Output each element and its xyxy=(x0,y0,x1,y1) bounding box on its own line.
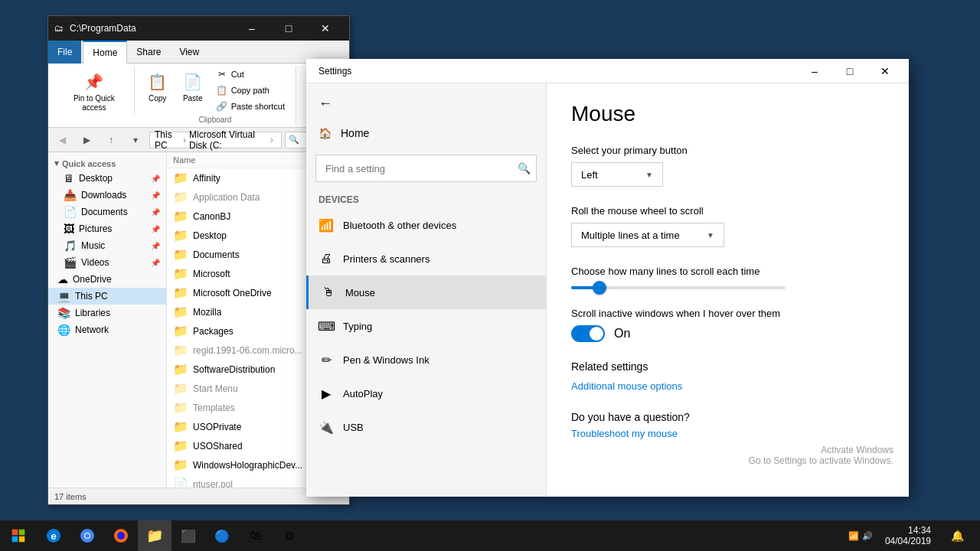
file-name-13: Templates xyxy=(193,403,235,413)
forward-button[interactable]: ▶ xyxy=(76,130,97,150)
libraries-icon: 📚 xyxy=(57,307,70,319)
ribbon-tab-share[interactable]: Share xyxy=(127,41,170,64)
explorer-maximize-button[interactable]: □ xyxy=(271,16,306,41)
ribbon-tab-home[interactable]: Home xyxy=(83,41,127,64)
settings-back-button[interactable]: ← xyxy=(306,90,546,118)
file-name-15: USOShared xyxy=(193,441,243,452)
inactive-scroll-toggle[interactable] xyxy=(571,325,605,342)
taskbar-clock[interactable]: 14:34 04/04/2019 xyxy=(879,522,937,549)
file-name-2: Application Data xyxy=(193,192,260,203)
pin-to-quick-access-button[interactable]: 📌 Pin to Quick access xyxy=(60,67,128,116)
sidebar-item-desktop[interactable]: 🖥 Desktop 📌 xyxy=(48,170,166,187)
settings-nav-bluetooth[interactable]: 📶 Bluetooth & other devices xyxy=(306,208,546,242)
sidebar-section-quick-access[interactable]: ▾ Quick access xyxy=(48,155,166,170)
sidebar-item-network[interactable]: 🌐 Network xyxy=(48,321,166,338)
settings-nav-printers[interactable]: 🖨 Printers & scanners xyxy=(306,242,546,276)
settings-window: Settings – □ ✕ ← 🏠 Home 🔍 xyxy=(306,59,909,497)
edge-icon-taskbar[interactable]: e xyxy=(37,520,70,551)
copy-path-icon: 📋 xyxy=(216,84,228,96)
settings-icon-taskbar[interactable]: ⚙ xyxy=(273,520,306,551)
sidebar-item-documents[interactable]: 📄 Documents 📌 xyxy=(48,204,166,220)
back-arrow-icon: ← xyxy=(318,96,332,112)
slider-thumb[interactable] xyxy=(593,281,606,295)
inactive-scroll-label: Scroll inactive windows when I hover ove… xyxy=(571,308,884,319)
pin-to-quick-access-label: Pin to Quick access xyxy=(65,94,123,112)
chrome-icon-taskbar[interactable] xyxy=(70,520,104,551)
sidebar-item-onedrive[interactable]: ☁ OneDrive xyxy=(48,271,166,288)
taskbar: e 📁 ⬛ 🔵 🛍 ⚙ xyxy=(0,520,980,551)
copy-button[interactable]: 📋 Copy xyxy=(141,67,175,106)
paste-button[interactable]: 📄 Paste xyxy=(176,67,210,106)
settings-maximize-button[interactable]: □ xyxy=(832,59,867,83)
file-name-4: Desktop xyxy=(193,230,227,241)
cortana-icon-taskbar[interactable]: 🔵 xyxy=(205,520,239,551)
file-name-3: CanonBJ xyxy=(193,211,230,222)
printers-label: Printers & scanners xyxy=(343,253,430,265)
notification-icon: 🔔 xyxy=(951,530,964,542)
file-name-6: Microsoft xyxy=(193,269,230,279)
ribbon-tab-file[interactable]: File xyxy=(48,41,81,64)
settings-nav-usb[interactable]: 🔌 USB xyxy=(306,410,546,444)
sidebar-item-downloads[interactable]: 📥 Downloads 📌 xyxy=(48,187,166,204)
folder-icon-13: 📁 xyxy=(173,400,188,415)
explorer-titlebar: 🗂 C:\ProgramData – □ ✕ xyxy=(48,16,349,41)
store-icon-taskbar[interactable]: 🛍 xyxy=(239,520,273,551)
paste-shortcut-button[interactable]: 🔗 Paste shortcut xyxy=(211,99,289,114)
address-path-display[interactable]: This PC › Microsoft Virtual Disk (C: › xyxy=(149,132,282,148)
back-button[interactable]: ◀ xyxy=(51,130,73,150)
sidebar-item-music[interactable]: 🎵 Music 📌 xyxy=(48,237,166,254)
network-tray-icon: 📶 xyxy=(848,531,859,541)
sidebar-item-libraries[interactable]: 📚 Libraries xyxy=(48,305,166,321)
file-name-12: Start Menu xyxy=(193,383,238,394)
settings-search-input[interactable] xyxy=(315,155,537,182)
file-explorer-icon-taskbar[interactable]: 📁 xyxy=(138,520,172,551)
sidebar-documents-label: Documents xyxy=(81,207,128,217)
start-button[interactable] xyxy=(0,520,37,551)
settings-nav-pen[interactable]: ✏ Pen & Windows Ink xyxy=(306,343,546,377)
settings-nav-typing[interactable]: ⌨ Typing xyxy=(306,309,546,343)
cortana-taskbar-icon: 🔵 xyxy=(214,529,230,543)
paste-label: Paste xyxy=(183,94,203,103)
pin-indicator-3: 📌 xyxy=(151,208,160,217)
settings-nav-mouse[interactable]: 🖱 Mouse xyxy=(306,276,546,309)
troubleshoot-link[interactable]: Troubleshoot my mouse xyxy=(571,428,678,439)
ribbon-tab-view[interactable]: View xyxy=(170,41,208,64)
network-icon: 🌐 xyxy=(57,324,70,336)
sidebar-item-pictures[interactable]: 🖼 Pictures 📌 xyxy=(48,220,166,237)
scroll-lines-slider[interactable] xyxy=(571,286,786,289)
settings-home-link[interactable]: 🏠 Home xyxy=(306,118,546,148)
settings-nav-autoplay[interactable]: ▶ AutoPlay xyxy=(306,377,546,410)
pen-icon: ✏ xyxy=(318,352,334,367)
related-settings: Related settings Additional mouse option… xyxy=(571,360,884,393)
explorer-close-button[interactable]: ✕ xyxy=(308,16,343,41)
firefox-icon-taskbar[interactable] xyxy=(104,520,138,551)
additional-mouse-options-link[interactable]: Additional mouse options xyxy=(571,380,682,392)
explorer-minimize-button[interactable]: – xyxy=(234,16,270,41)
pin-indicator-2: 📌 xyxy=(151,191,160,200)
autoplay-label: AutoPlay xyxy=(343,388,383,399)
terminal-icon-taskbar[interactable]: ⬛ xyxy=(172,520,205,551)
chevron-icon: ▾ xyxy=(54,158,59,168)
notification-button[interactable]: 🔔 xyxy=(940,520,974,551)
scroll-select[interactable]: Multiple lines at a time ▼ xyxy=(571,223,724,247)
clock-time: 14:34 xyxy=(885,525,931,536)
onedrive-icon: ☁ xyxy=(57,273,68,285)
cut-button[interactable]: ✂ Cut xyxy=(211,67,289,82)
sidebar-item-this-pc[interactable]: 💻 This PC xyxy=(48,288,166,305)
usb-icon: 🔌 xyxy=(318,419,334,435)
recent-button[interactable]: ▾ xyxy=(125,130,146,150)
pin-indicator: 📌 xyxy=(151,174,160,183)
file-name-10: regid.1991-06.com.micro... xyxy=(193,345,302,356)
sidebar-network-label: Network xyxy=(75,324,109,335)
primary-button-select[interactable]: Left ▼ xyxy=(571,162,663,187)
up-button[interactable]: ↑ xyxy=(100,130,122,150)
copy-path-button[interactable]: 📋 Copy path xyxy=(211,83,289,98)
slider-container xyxy=(571,286,884,289)
explorer-statusbar: 17 items xyxy=(48,487,349,504)
sidebar-item-videos[interactable]: 🎬 Videos 📌 xyxy=(48,254,166,271)
taskbar-right: 📶 🔊 14:34 04/04/2019 🔔 xyxy=(845,520,980,551)
status-item-count: 17 items xyxy=(54,492,87,501)
settings-close-button[interactable]: ✕ xyxy=(867,59,903,83)
copy-path-label: Copy path xyxy=(231,86,270,95)
settings-minimize-button[interactable]: – xyxy=(797,59,832,83)
